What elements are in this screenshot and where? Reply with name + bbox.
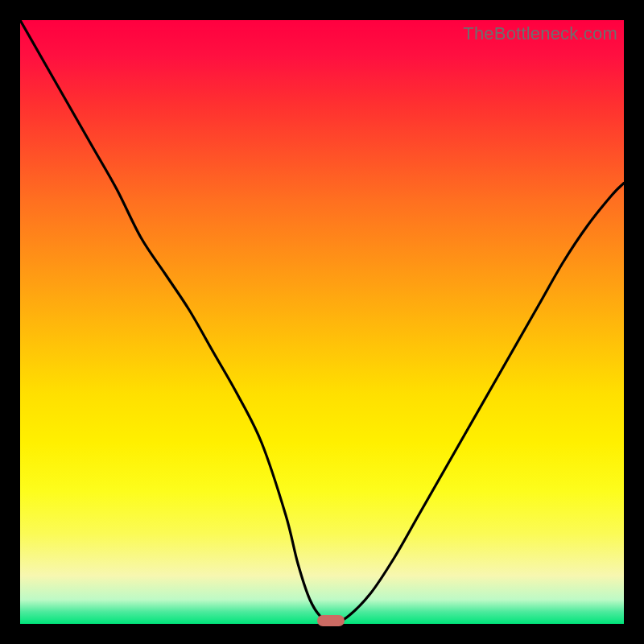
plot-area: TheBottleneck.com (20, 20, 624, 624)
bottleneck-curve (20, 20, 624, 624)
chart-frame: TheBottleneck.com (0, 0, 644, 644)
curve-path (20, 20, 624, 621)
watermark-text: TheBottleneck.com (463, 23, 617, 44)
optimal-point-marker (317, 615, 345, 626)
